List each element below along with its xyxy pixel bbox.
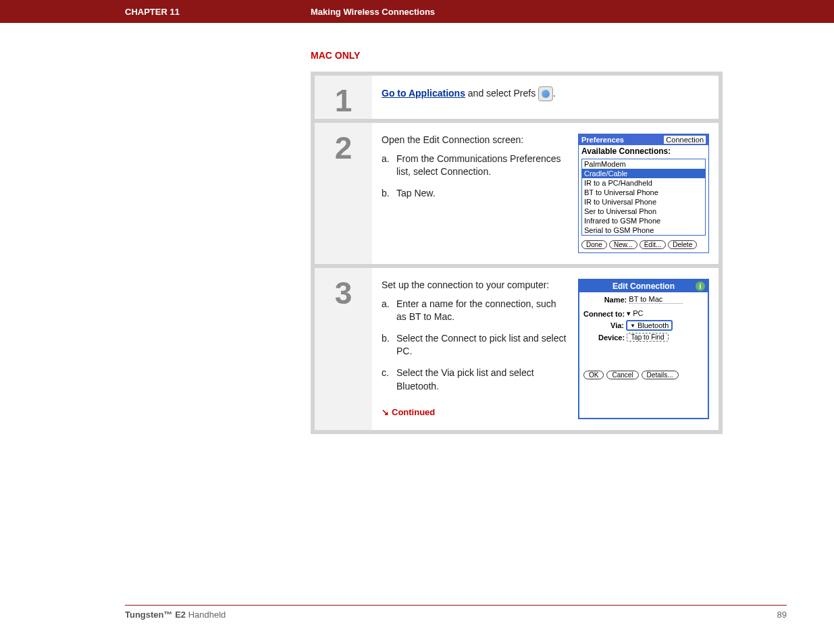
via-label: Via: xyxy=(610,321,624,329)
name-label: Name: xyxy=(604,296,627,304)
preferences-title-bar: Preferences Connection xyxy=(579,134,708,145)
list-item[interactable]: IR to Universal Phone xyxy=(582,197,705,207)
product-name: Tungsten™ E2 Handheld xyxy=(125,610,226,620)
chapter-banner: CHAPTER 11 Making Wireless Connections xyxy=(0,0,834,23)
chapter-label: CHAPTER 11 xyxy=(0,7,311,17)
name-field[interactable]: BT to Mac xyxy=(629,295,683,304)
connect-to-label: Connect to: xyxy=(583,310,625,318)
step-number-cell: 3 xyxy=(315,268,372,430)
product-name-bold: Tungsten™ E2 xyxy=(125,610,186,620)
steps-container: 1 Go to Applications and select Prefs . … xyxy=(311,72,723,434)
continued-label: Continued xyxy=(392,406,435,419)
list-item[interactable]: Ser to Universal Phon xyxy=(582,207,705,216)
step-1: 1 Go to Applications and select Prefs . xyxy=(315,76,719,119)
available-connections-heading: Available Connections: xyxy=(579,145,708,157)
cancel-button[interactable]: Cancel xyxy=(606,371,638,379)
step-number: 3 xyxy=(335,275,353,311)
continued-arrow-icon: ↘ xyxy=(382,406,389,419)
product-name-rest: Handheld xyxy=(186,610,226,620)
info-icon[interactable]: i xyxy=(696,281,705,291)
platform-label: MAC ONLY xyxy=(311,50,834,61)
step-2b: Tap New. xyxy=(382,187,569,200)
step-3c: Select the Via pick list and select Blue… xyxy=(382,367,569,393)
step-3: 3 Set up the connection to your computer… xyxy=(315,268,719,430)
new-button[interactable]: New... xyxy=(609,240,637,249)
delete-button[interactable]: Delete xyxy=(668,240,697,249)
device-picker[interactable]: Tap to Find xyxy=(627,333,668,342)
preferences-title: Preferences xyxy=(581,136,624,144)
prefs-app-icon xyxy=(538,86,553,101)
chapter-title: Making Wireless Connections xyxy=(311,7,435,17)
step-number-cell: 1 xyxy=(315,76,372,119)
edit-connection-title: Edit Connection xyxy=(613,281,675,291)
go-to-applications-link[interactable]: Go to Applications xyxy=(382,88,465,99)
list-item[interactable]: Infrared to GSM Phone xyxy=(582,216,705,225)
page-footer: Tungsten™ E2 Handheld 89 xyxy=(125,605,787,620)
done-button[interactable]: Done xyxy=(581,240,607,249)
step-3a: Enter a name for the connection, such as… xyxy=(382,298,569,324)
list-item[interactable]: IR to a PC/Handheld xyxy=(582,178,705,188)
list-item[interactable]: PalmModem xyxy=(582,159,705,169)
step-3-intro: Set up the connection to your computer: xyxy=(382,279,569,292)
preferences-screen: Preferences Connection Available Connect… xyxy=(578,134,709,253)
connect-to-value: PC xyxy=(633,309,643,317)
list-item[interactable]: Serial to GSM Phone xyxy=(582,225,705,235)
details-button[interactable]: Details... xyxy=(642,371,679,379)
list-item[interactable]: BT to Universal Phone xyxy=(582,188,705,197)
step-number: 1 xyxy=(335,82,353,119)
preferences-buttons: Done New... Edit... Delete xyxy=(579,238,708,252)
connect-to-picklist[interactable]: ▾ PC xyxy=(627,309,643,318)
page-number: 89 xyxy=(777,610,787,620)
step-1-text: Go to Applications and select Prefs . xyxy=(382,86,709,108)
step-2-text: Open the Edit Connection screen: From th… xyxy=(382,134,569,253)
edit-connection-buttons: OK Cancel Details... xyxy=(579,344,708,383)
step-number: 2 xyxy=(335,130,353,166)
ok-button[interactable]: OK xyxy=(583,371,604,379)
connections-listbox[interactable]: PalmModem Cradle/Cable IR to a PC/Handhe… xyxy=(581,159,706,236)
edit-connection-screen: Edit Connection i Name: BT to Mac Connec… xyxy=(578,279,709,419)
step-1-after-link: and select Prefs xyxy=(465,88,538,99)
step-1-period: . xyxy=(553,88,556,99)
step-number-cell: 2 xyxy=(315,123,372,264)
edit-connection-title-bar: Edit Connection i xyxy=(579,280,708,292)
edit-connection-form: Name: BT to Mac Connect to: ▾ PC Via: Bl… xyxy=(579,292,708,342)
step-3b: Select the Connect to pick list and sele… xyxy=(382,332,569,358)
continued-indicator: ↘ Continued xyxy=(382,406,435,419)
via-picklist[interactable]: Bluetooth xyxy=(626,320,673,331)
list-item[interactable]: Cradle/Cable xyxy=(582,169,705,178)
device-label: Device: xyxy=(598,333,625,342)
preferences-category[interactable]: Connection xyxy=(664,136,706,144)
edit-button[interactable]: Edit... xyxy=(640,240,667,249)
step-2: 2 Open the Edit Connection screen: From … xyxy=(315,123,719,264)
step-2a: From the Communications Preferences list… xyxy=(382,153,569,179)
step-3-text: Set up the connection to your computer: … xyxy=(382,279,569,419)
step-2-intro: Open the Edit Connection screen: xyxy=(382,134,569,147)
